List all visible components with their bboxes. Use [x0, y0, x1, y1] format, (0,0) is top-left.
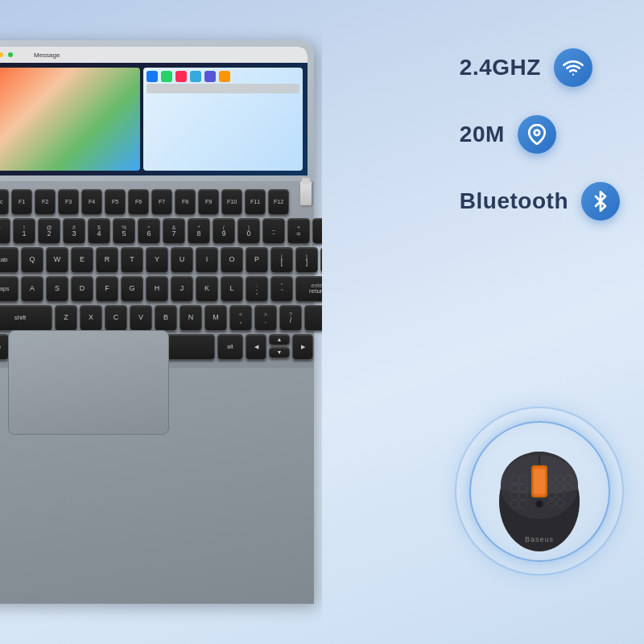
svg-point-1	[535, 130, 540, 136]
key-4[interactable]: $4	[88, 218, 110, 244]
key-7[interactable]: &7	[163, 218, 185, 244]
key-o[interactable]: O	[221, 247, 243, 273]
key-1[interactable]: !1	[13, 218, 35, 244]
key-f6[interactable]: F6	[128, 189, 149, 215]
key-f4[interactable]: F4	[81, 189, 102, 215]
key-f8[interactable]: F8	[175, 189, 196, 215]
spec-wifi-label: 2.4GHZ	[460, 55, 541, 80]
key-i[interactable]: I	[196, 247, 218, 273]
spec-bluetooth: Bluetooth	[460, 182, 620, 221]
key-minus[interactable]: _-	[262, 218, 285, 244]
key-s[interactable]: S	[46, 276, 68, 302]
key-tab[interactable]: tab	[0, 247, 19, 273]
key-comma[interactable]: <,	[229, 305, 252, 331]
menu-text: Message	[34, 52, 60, 59]
key-g[interactable]: G	[121, 276, 143, 302]
key-shift-right[interactable]: shift	[304, 305, 322, 331]
usb-tip	[302, 178, 310, 184]
key-f3[interactable]: F3	[58, 189, 79, 215]
key-lbracket[interactable]: {[	[270, 247, 293, 273]
app-icon	[161, 71, 172, 82]
screen-apps	[0, 63, 308, 175]
key-n[interactable]: N	[180, 305, 202, 331]
key-h[interactable]: H	[146, 276, 168, 302]
key-f[interactable]: F	[96, 276, 118, 302]
key-r[interactable]: R	[96, 247, 118, 273]
spec-range-label: 20M	[460, 122, 505, 147]
wifi-icon	[554, 48, 592, 87]
key-z[interactable]: Z	[55, 305, 77, 331]
key-2[interactable]: @2	[38, 218, 60, 244]
mouse-section: Baseus	[451, 402, 628, 580]
key-l[interactable]: L	[221, 276, 243, 302]
key-backslash[interactable]: |\	[320, 247, 322, 273]
key-x[interactable]: X	[80, 305, 102, 331]
app-thumb-left	[0, 68, 140, 171]
key-b[interactable]: B	[155, 305, 177, 331]
key-m[interactable]: M	[204, 305, 227, 331]
key-0[interactable]: )0	[237, 218, 260, 244]
key-arrow-left[interactable]: ◀	[246, 334, 266, 360]
key-k[interactable]: K	[196, 276, 218, 302]
key-esc[interactable]: esc	[0, 189, 9, 215]
key-f11[interactable]: F11	[245, 189, 266, 215]
key-j[interactable]: J	[171, 276, 193, 302]
app-icon	[219, 71, 230, 82]
key-w[interactable]: W	[46, 247, 68, 273]
key-p[interactable]: P	[246, 247, 268, 273]
key-a[interactable]: A	[21, 276, 43, 302]
key-f10[interactable]: F10	[221, 189, 242, 215]
key-row-zxcv: shift Z X C V B N M <, >. ?/ shift	[0, 305, 302, 331]
key-rbracket[interactable]: }]	[295, 247, 318, 273]
key-delete[interactable]: delete	[312, 218, 322, 244]
spec-bluetooth-label: Bluetooth	[460, 188, 568, 214]
maximize-dot	[8, 52, 13, 57]
app-icon	[175, 71, 187, 82]
key-f2[interactable]: F2	[35, 189, 56, 215]
key-e[interactable]: E	[71, 247, 93, 273]
key-y[interactable]: Y	[146, 247, 168, 273]
app-icon	[147, 71, 158, 82]
svg-point-0	[572, 74, 574, 76]
key-c[interactable]: C	[105, 305, 127, 331]
svg-text:Baseus: Baseus	[525, 535, 554, 543]
key-slash[interactable]: ?/	[279, 305, 302, 331]
key-capslock[interactable]: caps	[0, 276, 19, 302]
key-9[interactable]: (9	[213, 218, 235, 244]
key-shift-left[interactable]: shift	[0, 305, 52, 331]
key-q[interactable]: Q	[21, 247, 43, 273]
key-5[interactable]: %5	[113, 218, 135, 244]
key-row-qwerty: tab Q W E R T Y U I O P {[ }] |\	[0, 247, 302, 273]
trackpad[interactable]	[8, 330, 169, 435]
key-u[interactable]: U	[171, 247, 193, 273]
key-f7[interactable]: F7	[151, 189, 172, 215]
key-f5[interactable]: F5	[105, 189, 126, 215]
app-thumb-right	[143, 68, 303, 171]
key-arrow-up[interactable]: ▲	[269, 334, 290, 345]
key-arrow-down[interactable]: ▼	[269, 347, 290, 358]
laptop-screen: Message	[0, 47, 308, 175]
key-6[interactable]: ^6	[138, 218, 160, 244]
key-semicolon[interactable]: :;	[246, 276, 268, 302]
key-f9[interactable]: F9	[198, 189, 219, 215]
key-f12[interactable]: F12	[268, 189, 289, 215]
key-t[interactable]: T	[121, 247, 143, 273]
key-alt-right[interactable]: alt	[217, 334, 243, 360]
app-icon	[190, 71, 201, 82]
laptop-section: Message	[0, 0, 322, 644]
key-3[interactable]: #3	[63, 218, 85, 244]
key-d[interactable]: D	[71, 276, 93, 302]
key-v[interactable]: V	[130, 305, 152, 331]
key-f1[interactable]: F1	[11, 189, 32, 215]
svg-point-9	[537, 501, 543, 506]
key-enter[interactable]: enter return	[295, 276, 322, 302]
key-equals[interactable]: +=	[287, 218, 310, 244]
key-quote[interactable]: "'	[270, 276, 293, 302]
key-8[interactable]: *8	[188, 218, 210, 244]
key-backtick[interactable]: ~`	[0, 218, 10, 244]
app-icon	[204, 71, 216, 82]
key-period[interactable]: >.	[254, 305, 277, 331]
key-arrow-right[interactable]: ▶	[292, 334, 313, 360]
key-row-asdf: caps A S D F G H J K L :; "' enter retur…	[0, 276, 302, 302]
specs-section: 2.4GHZ 20M Bluetooth	[460, 48, 620, 221]
